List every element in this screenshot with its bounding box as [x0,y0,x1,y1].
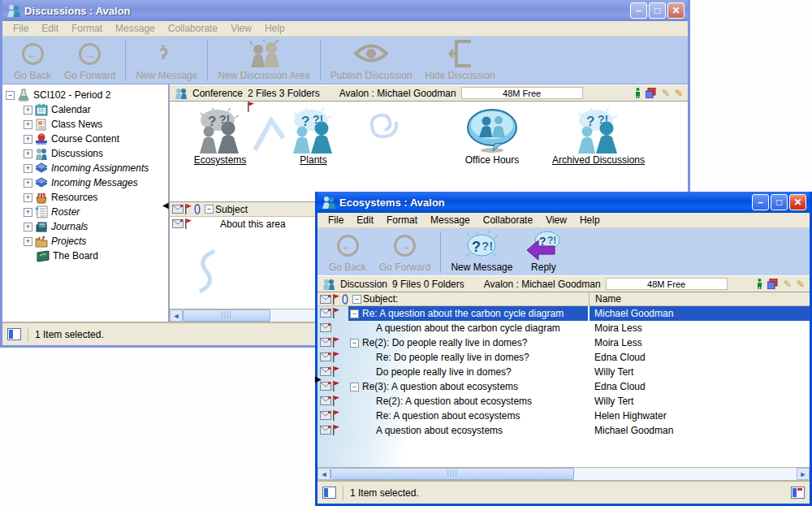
maximize-button[interactable]: □ [771,194,788,210]
message-subject-cell[interactable]: Re(2): A question about ecosystems [348,394,588,409]
new-message-button[interactable]: ʔ̓New Message [129,38,204,83]
sidebar-item-discussions[interactable]: +Discussions [2,146,168,161]
scrollbar-thumb[interactable] [330,468,574,480]
sidebar-item-class-news[interactable]: +Class News [2,117,168,132]
message-row[interactable]: −Re(2): Do people really live in domes?M… [317,335,810,350]
collapse-box-icon[interactable]: − [350,383,359,391]
conference-item-label[interactable]: Office Hours [435,154,549,166]
expand-box-icon[interactable]: + [24,149,32,158]
conference-item-label[interactable]: Plants [257,154,370,166]
message-row[interactable]: Do people really live in domes?Willy Ter… [317,365,810,379]
sidebar-item-the-board[interactable]: The Board [2,249,168,263]
message-sender[interactable]: Willy Tert [590,365,810,379]
conference-item-archived-discussions[interactable]: ? ?! Archived Discussions [542,103,655,166]
panel-toggle-icon[interactable] [322,487,336,499]
sidebar-item-incoming-assignments[interactable]: +Incoming Assignments [2,161,168,175]
sidebar-item-incoming-messages[interactable]: +Incoming Messages [2,175,168,190]
subject-column-header[interactable]: Subject [215,204,248,215]
expand-box-icon[interactable]: + [24,120,32,129]
menu-edit[interactable]: Edit [351,214,379,227]
message-row[interactable]: −Re(3): A question about ecosystemsEdna … [317,379,810,394]
message-list-header[interactable]: − Subject: Name [317,292,810,306]
sidebar-item-projects[interactable]: +Projects [2,234,168,249]
message-row[interactable]: Re: Do people really live in domes?Edna … [317,350,810,365]
message-sender[interactable]: Edna Cloud [590,350,810,365]
sidebar-item-course-content[interactable]: +Course Content [2,132,168,146]
scrollbar-track[interactable] [574,468,797,480]
close-button[interactable]: ✕ [789,194,806,210]
new-message-button[interactable]: ??!New Message [444,230,519,275]
minimize-button[interactable]: – [630,2,647,19]
reply-button[interactable]: ??!Reply [519,230,568,275]
titlebar-ecosystems[interactable]: Ecosystems : Avalon – □ ✕ [317,192,810,213]
menu-format[interactable]: Format [381,214,423,227]
message-sender[interactable]: Willy Tert [590,394,810,409]
menu-view[interactable]: View [225,22,257,35]
pane-splitter-arrow[interactable]: ◀ [162,201,169,210]
menu-edit[interactable]: Edit [36,22,64,35]
go-back-button[interactable]: ←Go Back [7,38,58,83]
scroll-left-button[interactable]: ◄ [170,309,183,322]
message-row-selected[interactable]: −Re: A question about the carbon cycle d… [317,306,810,321]
expand-box-icon[interactable]: + [24,223,32,231]
maximize-button[interactable]: □ [649,2,666,19]
expand-box-icon[interactable]: + [24,237,32,246]
menu-format[interactable]: Format [66,22,108,35]
expand-box-icon[interactable]: + [24,164,32,173]
menu-collaborate[interactable]: Collaborate [477,214,538,227]
panel-view-icon[interactable] [791,487,805,499]
online-person-icon[interactable] [757,279,762,289]
expand-box-icon[interactable]: + [24,179,32,188]
scrollbar-thumb[interactable] [183,309,270,322]
message-subject-cell[interactable]: −Re(2): Do people really live in domes? [348,335,588,350]
menu-message[interactable]: Message [425,214,476,227]
list-item-subject[interactable]: About this area [220,218,286,230]
layers-icon[interactable] [767,279,779,289]
pencil-key-icon[interactable]: ✎ [797,279,805,290]
pencil-icon[interactable]: ✎ [784,279,792,290]
message-subject-cell[interactable]: Do people really live in domes? [348,365,588,379]
message-row[interactable]: A question about ecosystemsMichael Goodm… [317,423,810,438]
menu-help[interactable]: Help [574,214,606,227]
pencil-icon[interactable]: ✎ [662,88,670,99]
message-sender[interactable]: Edna Cloud [590,379,810,394]
menu-file[interactable]: File [7,22,34,35]
conference-item-plants[interactable]: ? ?! Plants [257,103,370,166]
online-person-icon[interactable] [635,88,641,98]
message-sender[interactable]: Michael Goodman [590,423,810,438]
publish-discussion-button[interactable]: Publish Discussion [324,38,419,83]
column-divider[interactable] [589,292,590,305]
go-back-button[interactable]: ←Go Back [322,230,373,275]
message-subject-cell[interactable]: −Re(3): A question about ecosystems [348,379,588,394]
message-sender[interactable]: Moira Less [590,335,810,350]
message-subject-cell[interactable]: Re: Do people really live in domes? [348,350,588,365]
sidebar-item-calendar[interactable]: +Calendar [2,102,168,117]
go-forward-button[interactable]: →Go Forward [373,230,437,275]
subject-column-header[interactable]: Subject: [363,293,398,305]
message-row[interactable]: Re: A question about ecosystemsHelen Hig… [317,409,810,423]
message-row[interactable]: A question about the carbon cycle diagra… [317,321,810,335]
scroll-left-button[interactable]: ◄ [317,468,330,480]
collapse-box-icon[interactable]: − [350,309,359,318]
collapse-all-box[interactable]: − [352,295,361,304]
sidebar-item-resources[interactable]: +Resources [2,190,168,205]
new-discussion-area-button[interactable]: New Discussion Area [211,38,316,83]
menu-file[interactable]: File [322,214,349,227]
sidebar-item-roster[interactable]: +Roster [2,205,168,219]
collapse-all-box[interactable]: − [205,205,214,214]
menu-collaborate[interactable]: Collaborate [162,22,223,35]
horizontal-scrollbar[interactable]: ◄ ► [317,467,810,480]
sidebar-item-journals[interactable]: +Journals [2,219,168,234]
menu-message[interactable]: Message [110,22,161,35]
message-subject-cell[interactable]: A question about ecosystems [348,423,588,438]
expand-box-icon[interactable]: + [24,135,32,144]
conference-item-office-hours[interactable]: Office Hours [435,103,549,166]
go-forward-button[interactable]: →Go Forward [58,38,122,83]
conference-item-label[interactable]: Archived Discussions [542,154,655,166]
hide-discussion-button[interactable]: Hide Discussion [419,38,502,83]
message-sender[interactable]: Michael Goodman [590,306,810,321]
menu-view[interactable]: View [540,214,572,227]
sidebar-item-sci102-period-2[interactable]: −SCI102 - Period 2 [2,88,168,102]
message-subject-cell[interactable]: A question about the carbon cycle diagra… [348,321,588,335]
expand-box-icon[interactable]: + [24,106,32,115]
